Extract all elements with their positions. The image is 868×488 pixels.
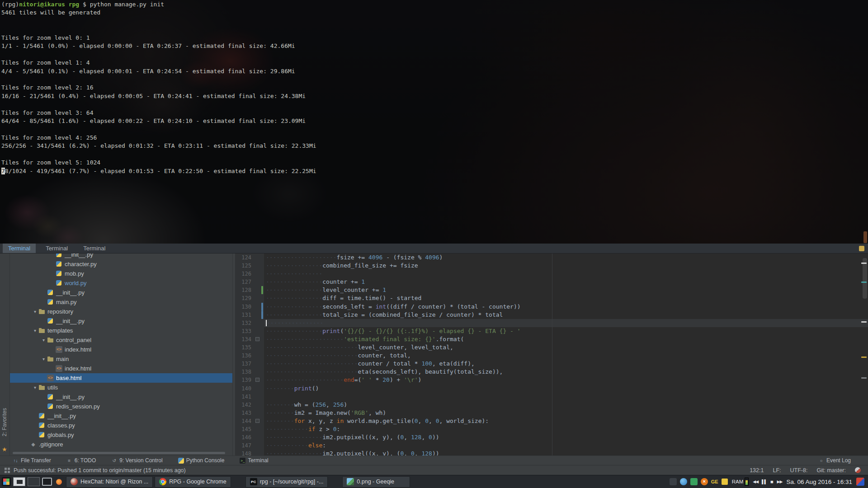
editor-line[interactable]: 140········print() <box>235 385 868 393</box>
tray-messenger-icon[interactable] <box>690 478 698 485</box>
editor-line[interactable]: 124····················fsize += 4096 - (… <box>235 253 868 262</box>
pager-desktop-1[interactable] <box>13 477 25 486</box>
terminal-tab[interactable]: Terminal <box>40 244 73 253</box>
tree-item-character-py[interactable]: character.py <box>10 259 232 269</box>
fold-icon[interactable] <box>255 378 259 382</box>
tree-item-index-html[interactable]: index.html <box>10 345 232 354</box>
editor-line[interactable]: 131················total_size = (combine… <box>235 311 868 319</box>
editor-line[interactable]: 132················ <box>235 319 868 327</box>
file-transfer-button[interactable]: ↑↓File Transfer <box>8 456 56 465</box>
editor-line[interactable]: 128················level_counter += 1 <box>235 286 868 294</box>
editor-line[interactable]: 145············if z > 0: <box>235 425 868 433</box>
tree-item-main[interactable]: ▾main <box>10 354 232 364</box>
editor-line[interactable]: 142········wh = (256, 256) <box>235 401 868 409</box>
tabbar-indicator-icon[interactable] <box>859 246 864 251</box>
terminal-scrollbar[interactable] <box>863 231 867 243</box>
tree-item--init-py[interactable]: __init__.py <box>10 392 232 402</box>
editor-line[interactable]: 129················diff = time.time() - … <box>235 294 868 302</box>
tree-item--init-py[interactable]: __init__.py <box>10 316 232 326</box>
terminal-window[interactable]: (rpg)nitori@ikarus rpg $ python manage.p… <box>0 0 868 244</box>
tree-item-main-py[interactable]: main.py <box>10 297 232 307</box>
tree-item--init-py[interactable]: __init__.py <box>10 253 232 259</box>
editor-line[interactable]: 137··························counter / t… <box>235 360 868 368</box>
tree-item-globals-py[interactable]: globals.py <box>10 430 232 440</box>
error-stripe-mark[interactable] <box>861 263 867 264</box>
tree-item-base-html[interactable]: base.html <box>10 373 232 383</box>
fold-icon[interactable] <box>255 337 259 341</box>
error-stripe-mark[interactable] <box>861 321 867 323</box>
tray-offline-icon[interactable] <box>701 478 708 485</box>
editor-line[interactable]: 127················counter += 1 <box>235 278 868 286</box>
inspections-icon[interactable] <box>855 467 861 473</box>
tray-app-icon[interactable] <box>670 478 677 485</box>
tree-item-repository[interactable]: ▾repository <box>10 307 232 316</box>
tree-item-index-html[interactable]: index.html <box>10 364 232 373</box>
terminal-tab[interactable]: Terminal <box>3 244 36 253</box>
caret-position-widget[interactable]: 132:1 <box>750 467 764 474</box>
terminal-tab[interactable]: Terminal <box>78 244 111 253</box>
tree-item--init-py[interactable]: __init__.py <box>10 288 232 297</box>
editor-line[interactable]: 138··························eta(seconds… <box>235 368 868 376</box>
python-console-button[interactable]: Python Console <box>174 456 229 465</box>
editor-line[interactable]: 133················print('{}/{} - {}/{} … <box>235 327 868 335</box>
app-launcher-icon[interactable] <box>2 477 11 486</box>
editor-line[interactable]: 134······················'estimated fina… <box>235 335 868 343</box>
project-horizontal-scrollbar[interactable] <box>13 452 225 454</box>
version-control-button[interactable]: ↺9: Version Control <box>107 456 167 465</box>
toolwindow-switcher-icon[interactable] <box>5 468 10 473</box>
tree-item--init-py[interactable]: __init__.py <box>10 411 232 421</box>
event-log-button[interactable]: ○Event Log <box>814 456 855 465</box>
previous-track-icon[interactable] <box>753 479 758 484</box>
tray-notifier-icon[interactable] <box>856 478 864 486</box>
stop-icon[interactable] <box>770 479 774 484</box>
tray-network-icon[interactable] <box>680 478 687 485</box>
tree-item-mob-py[interactable]: mob.py <box>10 269 232 278</box>
task-geeqie[interactable]: 0.png - Geeqie <box>342 476 410 488</box>
ram-monitor[interactable]: RAM <box>732 478 749 486</box>
task-pycharm[interactable]: PCrpg - [~/source/git/rpg] -... <box>245 476 328 488</box>
show-desktop-icon[interactable] <box>42 478 52 486</box>
tree-item-world-py[interactable]: world.py <box>10 278 232 288</box>
pager-desktop-2[interactable] <box>28 477 40 486</box>
tree-item--gitignore[interactable]: ◆.gitignore <box>10 440 232 449</box>
editor-line[interactable]: 135··························level_count… <box>235 343 868 352</box>
editor-line[interactable]: 136··························counter, to… <box>235 352 868 360</box>
editor-line[interactable]: 125················combined_file_size +=… <box>235 262 868 270</box>
line-ending-widget[interactable]: LF: <box>773 467 781 474</box>
editor-line[interactable]: 144········for x, y, z in world.map.get_… <box>235 417 868 425</box>
launcher-icon[interactable] <box>56 479 62 485</box>
editor-scrollbar[interactable] <box>863 258 867 299</box>
editor-line[interactable]: 126················ <box>235 270 868 278</box>
tree-item-classes-py[interactable]: classes.py <box>10 421 232 430</box>
task-hexchat[interactable]: HexChat: Nitori @ Rizon ... <box>66 476 153 488</box>
terminal-button[interactable]: >_Terminal <box>235 456 273 465</box>
fold-icon[interactable] <box>255 419 259 423</box>
keyboard-layout-indicator[interactable]: GE <box>711 479 718 484</box>
editor-line[interactable]: 130················seconds_left = int((d… <box>235 303 868 311</box>
editor-line[interactable]: 143········im2 = Image.new('RGB', wh) <box>235 409 868 417</box>
todo-button[interactable]: ≡6: TODO <box>62 456 101 465</box>
favorites-star-icon[interactable] <box>2 446 7 453</box>
favorites-toolwindow-button[interactable]: 2: Favorites <box>1 408 8 436</box>
tree-item-redis-session-py[interactable]: redis_session.py <box>10 402 232 411</box>
editor-line[interactable]: 141 <box>235 393 868 401</box>
editor-line[interactable]: 148················im2.putpixel((x, y), … <box>235 450 868 455</box>
encoding-widget[interactable]: UTF-8: <box>790 467 808 474</box>
editor-line[interactable]: 146················im2.putpixel((x, y), … <box>235 433 868 441</box>
tree-item-utils[interactable]: ▾utils <box>10 383 232 392</box>
editor-line[interactable]: 147············else: <box>235 441 868 450</box>
error-stripe-mark[interactable] <box>861 377 867 379</box>
task-chrome[interactable]: RPG - Google Chrome <box>155 476 231 488</box>
editor-line[interactable]: 139······················end=(' ' * 20) … <box>235 376 868 384</box>
tree-item-templates[interactable]: ▾templates <box>10 326 232 335</box>
error-stripe-mark[interactable] <box>861 357 867 358</box>
git-branch-widget[interactable]: Git: master: <box>816 467 846 474</box>
project-panel[interactable]: __init__.pycharacter.pymob.pyworld.py__i… <box>10 253 232 455</box>
tray-clipboard-icon[interactable] <box>722 479 728 485</box>
taskbar-clock[interactable]: Sa. 06 Aug 2016 - 16:31 <box>786 479 852 485</box>
pause-icon[interactable] <box>762 479 767 484</box>
tree-item-control-panel[interactable]: ▾control_panel <box>10 335 232 345</box>
error-stripe-mark[interactable] <box>861 282 867 283</box>
code-editor[interactable]: 124····················fsize += 4096 - (… <box>235 253 868 455</box>
next-track-icon[interactable] <box>777 479 783 484</box>
